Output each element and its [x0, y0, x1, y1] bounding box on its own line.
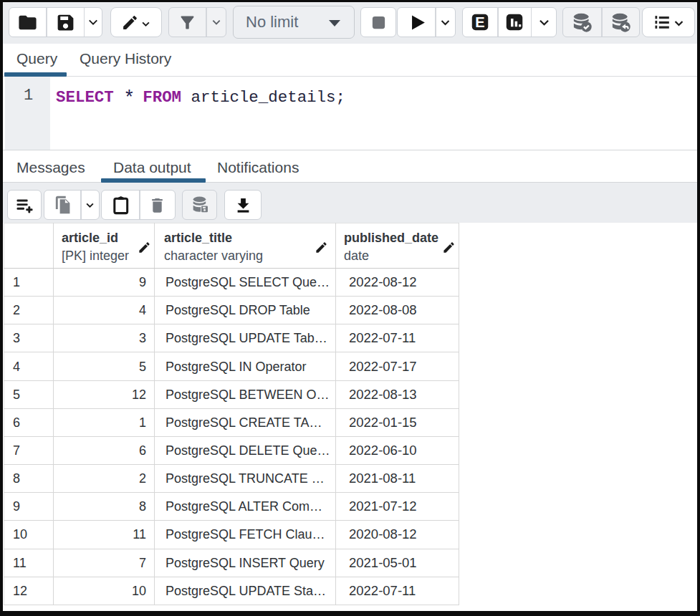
- svg-text:E: E: [475, 14, 484, 30]
